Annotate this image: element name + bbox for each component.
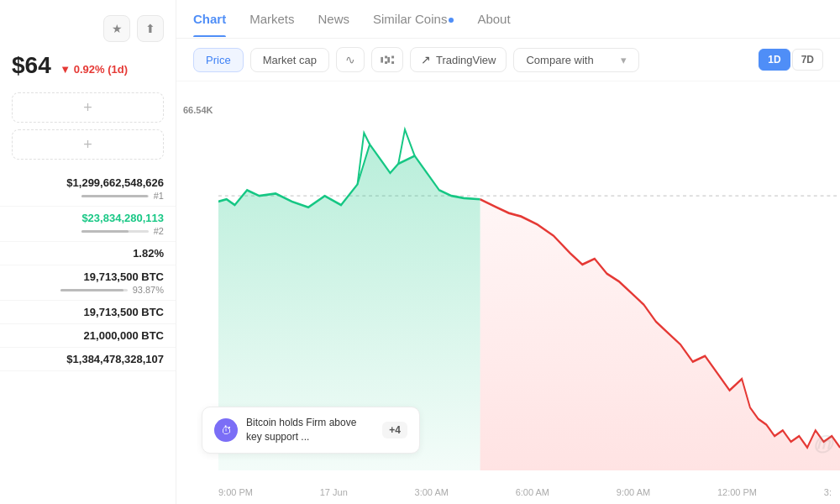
chart-watermark: ⓜ — [813, 433, 832, 458]
time-7d-button[interactable]: 7D — [792, 49, 823, 71]
marketcap-button[interactable]: Market cap — [250, 48, 329, 72]
time-buttons: 1D 7D — [759, 49, 823, 71]
chevron-down-icon: ▾ — [621, 54, 627, 66]
x-label-1: 17 Jun — [320, 487, 348, 497]
y-axis-label: 66.54K — [183, 105, 213, 115]
stat-bar-1 — [81, 230, 149, 233]
share-button[interactable]: ⬆ — [137, 15, 164, 42]
stat-bar-fill-3 — [60, 289, 123, 291]
news-icon: ⏱ — [214, 418, 238, 442]
x-label-5: 12:00 PM — [717, 487, 757, 497]
similar-coins-dot — [449, 18, 454, 23]
stat-pct-3: 93.87% — [133, 285, 164, 295]
candle-icon: ⑆⑆ — [381, 53, 394, 66]
tradingview-button[interactable]: ↗ TradingView — [410, 47, 507, 72]
chart-area: 66.54K — [176, 81, 840, 504]
stat-bar-fill-0 — [81, 195, 148, 197]
stat-value-5: 21,000,000 BTC — [12, 329, 164, 342]
tab-news[interactable]: News — [318, 2, 350, 36]
news-card[interactable]: ⏱ Bitcoin holds Firm above key support .… — [202, 407, 420, 454]
chart-controls: Price Market cap ∿ ⑆⑆ ↗ TradingView Comp… — [176, 39, 840, 81]
price-button[interactable]: Price — [193, 48, 244, 72]
stats-section: $1,299,662,548,626 #1 $23,834,280,113 #2… — [0, 171, 176, 371]
tab-similar-coins[interactable]: Similar Coins — [373, 2, 454, 36]
stat-row: 1.82% — [0, 242, 176, 265]
time-1d-button[interactable]: 1D — [759, 49, 790, 71]
tab-chart[interactable]: Chart — [193, 2, 226, 36]
stat-rank-0: #1 — [154, 191, 164, 201]
price-area: $64 ▼ 0.92% (1d) — [0, 52, 176, 89]
tradingview-icon: ↗ — [421, 53, 431, 66]
stat-bar-row-1: #2 — [12, 226, 164, 236]
stat-value-3: 19,713,500 BTC — [12, 270, 164, 283]
compare-dropdown[interactable]: Compare with ▾ — [513, 48, 639, 72]
x-label-0: 9:00 PM — [218, 487, 253, 497]
stat-bar-fill-1 — [81, 230, 129, 233]
stat-bar-3 — [60, 289, 128, 291]
stat-value-1: $23,834,280,113 — [12, 212, 164, 224]
candle-chart-icon-btn[interactable]: ⑆⑆ — [371, 47, 403, 72]
x-label-2: 3:00 AM — [415, 487, 449, 497]
tab-about[interactable]: About — [477, 2, 510, 36]
add-row-1[interactable]: + — [12, 92, 164, 123]
stat-row: $1,384,478,328,107 — [0, 348, 176, 371]
line-icon: ∿ — [345, 53, 355, 66]
x-label-3: 6:00 AM — [516, 487, 549, 497]
price-change: ▼ 0.92% (1d) — [60, 63, 128, 76]
x-label-4: 9:00 AM — [617, 487, 650, 497]
add-row-2[interactable]: + — [12, 129, 164, 160]
line-chart-icon-btn[interactable]: ∿ — [336, 47, 365, 72]
favorite-button[interactable]: ★ — [103, 15, 130, 42]
nav-tabs: Chart Markets News Similar Coins About — [176, 0, 840, 39]
current-price: 64 — [25, 52, 51, 78]
stat-bar-0 — [81, 195, 149, 197]
tab-markets[interactable]: Markets — [249, 2, 294, 36]
price-prefix: $ — [12, 52, 25, 78]
news-count: +4 — [382, 422, 407, 438]
stat-value-2: 1.82% — [12, 247, 164, 260]
stat-value-4: 19,713,500 BTC — [12, 306, 164, 318]
stat-bar-row-0: #1 — [12, 191, 164, 201]
news-headline: Bitcoin holds Firm above key support ... — [246, 416, 374, 444]
stat-value-0: $1,299,662,548,626 — [12, 176, 164, 189]
x-label-6: 3: — [824, 487, 832, 497]
sidebar: ★ ⬆ $64 ▼ 0.92% (1d) + + $1,299,662,548,… — [0, 0, 176, 504]
x-axis: 9:00 PM 17 Jun 3:00 AM 6:00 AM 9:00 AM 1… — [176, 487, 840, 497]
stat-rank-1: #2 — [154, 226, 164, 236]
stat-row: $1,299,662,548,626 #1 — [0, 171, 176, 207]
sidebar-actions: ★ ⬆ — [0, 8, 176, 52]
main-content: Chart Markets News Similar Coins About P… — [176, 0, 840, 504]
stat-row: 21,000,000 BTC — [0, 324, 176, 348]
stat-bar-row-3: 93.87% — [12, 285, 164, 295]
stat-row: 19,713,500 BTC 93.87% — [0, 265, 176, 301]
red-fill-area — [480, 199, 840, 470]
stat-value-6: $1,384,478,328,107 — [12, 353, 164, 365]
stat-row: $23,834,280,113 #2 — [0, 207, 176, 242]
stat-row: 19,713,500 BTC — [0, 301, 176, 324]
